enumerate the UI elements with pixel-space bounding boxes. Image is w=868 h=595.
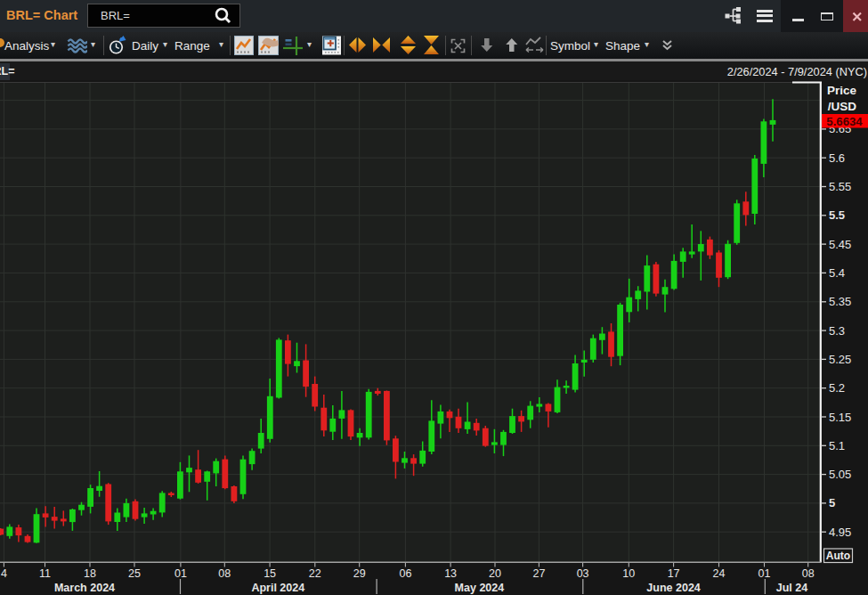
svg-text:06: 06 — [399, 567, 411, 580]
svg-text:Auto: Auto — [826, 550, 850, 562]
svg-text:March 2024: March 2024 — [54, 582, 115, 594]
svg-text:5.35: 5.35 — [829, 295, 851, 308]
svg-text:10: 10 — [622, 567, 635, 580]
svg-text:5.5: 5.5 — [829, 208, 845, 222]
svg-text:Jul 24: Jul 24 — [776, 582, 807, 594]
svg-text:29: 29 — [353, 567, 366, 580]
svg-text:5.2: 5.2 — [829, 381, 845, 395]
svg-text:5.6634: 5.6634 — [826, 115, 863, 128]
svg-text:15: 15 — [264, 567, 276, 580]
svg-text:4.95: 4.95 — [829, 526, 851, 539]
svg-text:11: 11 — [39, 567, 51, 580]
svg-text:17: 17 — [668, 567, 680, 580]
svg-text:22: 22 — [309, 567, 321, 580]
svg-text:5.25: 5.25 — [829, 353, 851, 366]
svg-text:5.4: 5.4 — [829, 266, 845, 280]
svg-text:5.05: 5.05 — [829, 468, 851, 481]
svg-text:/USD: /USD — [828, 100, 857, 113]
svg-text:April 2024: April 2024 — [251, 582, 304, 594]
svg-text:27: 27 — [532, 567, 545, 580]
svg-text:01: 01 — [758, 567, 771, 580]
svg-text:18: 18 — [84, 567, 96, 580]
svg-text:4: 4 — [1, 567, 7, 580]
svg-text:08: 08 — [218, 567, 231, 580]
svg-text:5: 5 — [829, 496, 835, 509]
svg-text:5.45: 5.45 — [829, 238, 851, 251]
svg-text:June 2024: June 2024 — [646, 582, 701, 594]
svg-text:24: 24 — [713, 567, 726, 580]
svg-text:08: 08 — [802, 567, 815, 580]
svg-text:20: 20 — [489, 567, 501, 580]
svg-text:5.6: 5.6 — [829, 151, 845, 165]
svg-text:5.1: 5.1 — [829, 439, 845, 452]
svg-text:5.3: 5.3 — [829, 324, 845, 338]
svg-text:13: 13 — [444, 567, 457, 580]
svg-text:5.15: 5.15 — [829, 411, 851, 424]
svg-text:25: 25 — [128, 567, 141, 580]
svg-text:5.55: 5.55 — [829, 180, 851, 193]
svg-text:01: 01 — [174, 567, 187, 580]
svg-text:May 2024: May 2024 — [455, 582, 505, 594]
svg-text:Price: Price — [827, 84, 857, 97]
svg-text:03: 03 — [577, 567, 589, 580]
